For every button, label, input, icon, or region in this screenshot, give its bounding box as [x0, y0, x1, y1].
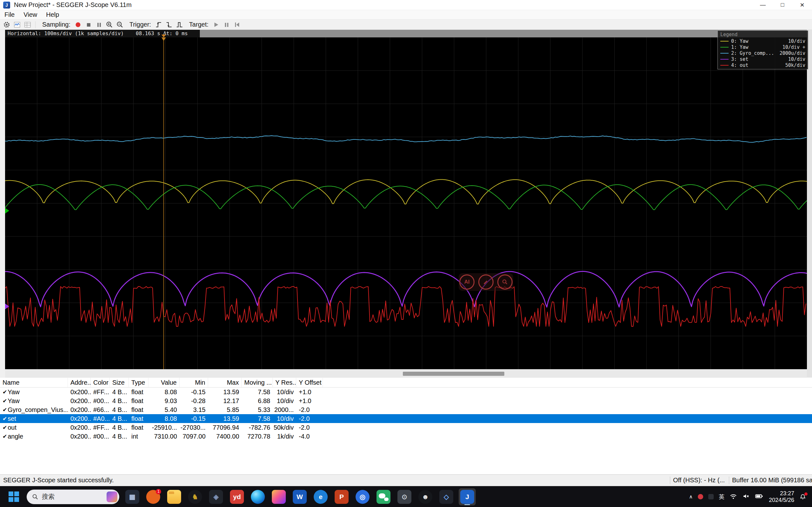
- play-icon[interactable]: [212, 20, 220, 29]
- table-view-icon[interactable]: [23, 20, 32, 29]
- taskbar-app-github-desktop[interactable]: ☻: [417, 488, 434, 505]
- battery-icon[interactable]: [755, 493, 763, 501]
- system-tray: ∧ 英 23:27 2024/5/26: [689, 490, 808, 504]
- column-header-10[interactable]: Y Offset: [296, 378, 323, 387]
- column-header-5[interactable]: Value: [148, 378, 180, 387]
- cell: int: [129, 432, 148, 441]
- column-header-3[interactable]: Size: [110, 378, 129, 387]
- sampling-label: Sampling:: [42, 21, 70, 28]
- ime-indicator[interactable]: 英: [719, 493, 724, 501]
- tray-chevron-up-icon[interactable]: ∧: [689, 494, 693, 500]
- time-cursor-handle[interactable]: [161, 38, 166, 41]
- taskbar-app-dark-app-2[interactable]: ◇: [438, 488, 455, 505]
- minimize-button[interactable]: —: [753, 0, 773, 10]
- legend-panel[interactable]: Legend 0: Yaw10/div1: Yaw10/div +2: Gyro…: [717, 31, 808, 69]
- skip-to-start-icon[interactable]: [233, 20, 241, 29]
- screenshot-overlay-toolbar[interactable]: AI: [459, 273, 513, 291]
- taskbar-app-dark-app[interactable]: ◈: [207, 488, 224, 505]
- youdao-dict-icon: yd: [230, 490, 244, 504]
- taskbar-app-game-app[interactable]: ♞: [187, 488, 204, 505]
- trigger-rising-edge-icon[interactable]: [154, 20, 163, 29]
- column-header-8[interactable]: Moving ...: [242, 378, 273, 387]
- taskbar-app-powerpoint[interactable]: P: [333, 488, 350, 505]
- scope-view-icon[interactable]: [13, 20, 21, 29]
- close-button[interactable]: ✕: [792, 0, 812, 10]
- check-icon[interactable]: ✔: [3, 415, 7, 422]
- taskbar-app-jscope[interactable]: J: [459, 488, 476, 505]
- waveform-canvas[interactable]: [5, 38, 807, 369]
- maximize-button[interactable]: □: [773, 0, 792, 10]
- status-hss: Off (HSS): - Hz (...: [673, 476, 729, 484]
- menu-help[interactable]: Help: [42, 11, 63, 18]
- check-icon[interactable]: ✔: [3, 398, 7, 404]
- taskbar-app-edge-browser[interactable]: [249, 488, 266, 505]
- cell: #66...: [91, 405, 110, 414]
- taskbar-search[interactable]: 搜索: [27, 490, 119, 504]
- ai-button[interactable]: AI: [459, 274, 474, 290]
- signal-row-out[interactable]: ✔out0x200...#FF...4 B...float-25910...-2…: [0, 423, 812, 432]
- tray-dark-app-icon[interactable]: [708, 494, 714, 499]
- signal-row-angle[interactable]: ✔angle0x200...#00...4 B...int7310.007097…: [0, 432, 812, 441]
- cursor-top-marker[interactable]: [161, 35, 166, 38]
- settings-gear-icon[interactable]: [3, 20, 11, 29]
- cell: +1.0: [296, 396, 323, 405]
- taskbar-app-file-explorer[interactable]: [165, 488, 183, 505]
- cell: 4 B...: [110, 405, 129, 414]
- signal-row-Yaw[interactable]: ✔Yaw0x200...#00...4 B...float9.03-0.2812…: [0, 396, 812, 405]
- zoom-out-icon[interactable]: [116, 20, 124, 29]
- channel-marker-0[interactable]: [5, 208, 9, 214]
- cell: -0.15: [180, 388, 208, 396]
- check-icon[interactable]: ✔: [3, 406, 7, 413]
- wave-set: [5, 272, 807, 307]
- pause-target-icon[interactable]: [222, 20, 231, 29]
- cell: 5.85: [208, 405, 242, 414]
- pen-icon[interactable]: [478, 274, 494, 290]
- taskbar-app-blue-app[interactable]: ◎: [354, 488, 371, 505]
- zoom-in-icon[interactable]: [105, 20, 113, 29]
- taskbar-app-gray-app[interactable]: ⊙: [396, 488, 413, 505]
- notification-center[interactable]: [799, 493, 806, 500]
- signal-row-Yaw[interactable]: ✔Yaw0x200...#FF...4 B...float8.08-0.1513…: [0, 388, 812, 396]
- check-icon[interactable]: ✔: [3, 424, 7, 431]
- taskbar-clock[interactable]: 23:27 2024/5/26: [769, 490, 794, 504]
- stop-icon[interactable]: [84, 20, 93, 29]
- column-header-7[interactable]: Max: [208, 378, 242, 387]
- column-header-0[interactable]: Name: [0, 378, 68, 387]
- start-button[interactable]: [5, 488, 22, 505]
- taskbar-app-youdao-dict[interactable]: yd: [229, 488, 246, 505]
- signal-row-set[interactable]: ✔set0x200...#A0...4 B...float8.08-0.1513…: [0, 414, 812, 423]
- menu-view[interactable]: View: [19, 11, 42, 18]
- wifi-icon[interactable]: [729, 493, 737, 501]
- horizontal-scrollbar[interactable]: [5, 369, 807, 378]
- cell-name: ✔Yaw: [0, 388, 68, 396]
- trigger-both-edges-icon[interactable]: [175, 20, 184, 29]
- column-header-4[interactable]: Type: [129, 378, 148, 387]
- cell: 10/div: [273, 414, 296, 423]
- magnifier-icon[interactable]: [497, 274, 513, 290]
- taskbar-app-blue-circle-app[interactable]: e: [312, 488, 329, 505]
- check-icon[interactable]: ✔: [3, 389, 7, 395]
- column-header-2[interactable]: Color: [91, 378, 110, 387]
- taskbar-app-colorful-app[interactable]: [270, 488, 287, 505]
- check-icon[interactable]: ✔: [3, 433, 7, 440]
- vertical-scrollbar[interactable]: [807, 30, 812, 377]
- time-header-track[interactable]: [200, 30, 807, 38]
- column-header-9[interactable]: Y Res...: [273, 378, 296, 387]
- column-header-6[interactable]: Min: [180, 378, 208, 387]
- oscilloscope-plot[interactable]: [5, 38, 807, 369]
- search-highlight-image[interactable]: [107, 492, 117, 502]
- horizontal-scrollbar-thumb[interactable]: [403, 372, 504, 376]
- volume-mute-icon[interactable]: [742, 493, 750, 501]
- pause-sampling-icon[interactable]: [95, 20, 103, 29]
- column-header-1[interactable]: Addre...: [68, 378, 91, 387]
- menu-file[interactable]: File: [0, 11, 19, 18]
- taskbar-app-widgets[interactable]: ▦: [124, 488, 141, 505]
- taskbar-app-word[interactable]: W: [291, 488, 308, 505]
- tray-red-app-icon[interactable]: [698, 494, 703, 499]
- trigger-falling-edge-icon[interactable]: [165, 20, 173, 29]
- cell: 8.08: [148, 388, 180, 396]
- taskbar-app-orange-app[interactable]: 1: [145, 488, 162, 505]
- record-icon[interactable]: [74, 20, 82, 29]
- signal-row-Gyro_compen_Vius...[interactable]: ✔Gyro_compen_Vius...0x200...#66...4 B...…: [0, 405, 812, 414]
- taskbar-app-wechat[interactable]: [375, 488, 392, 505]
